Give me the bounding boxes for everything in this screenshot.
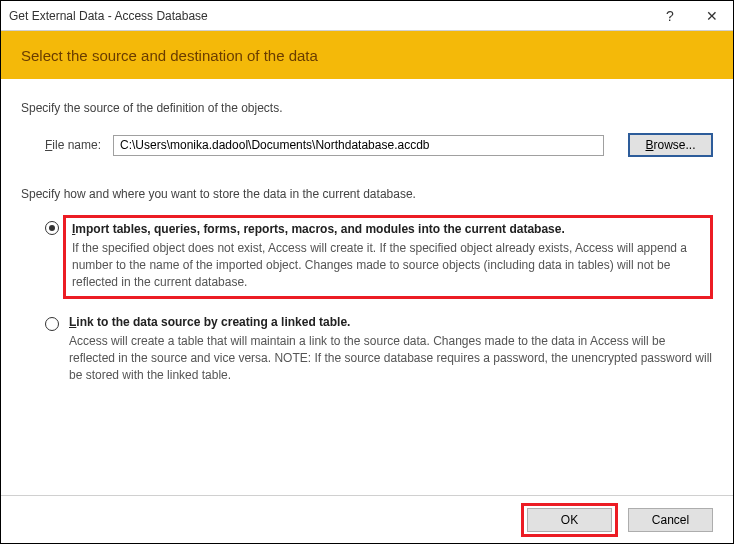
- filename-row: File name: Browse...: [45, 133, 713, 157]
- header-title: Select the source and destination of the…: [21, 47, 318, 64]
- option-import[interactable]: Import tables, queries, forms, reports, …: [45, 219, 713, 299]
- content-area: Specify the source of the definition of …: [1, 79, 733, 384]
- option-link-title: Link to the data source by creating a li…: [69, 315, 713, 329]
- ok-button[interactable]: OK: [527, 508, 612, 532]
- source-section-label: Specify the source of the definition of …: [21, 101, 713, 115]
- option-import-desc: If the specified object does not exist, …: [72, 240, 704, 290]
- browse-button[interactable]: Browse...: [628, 133, 713, 157]
- ok-highlight: OK: [521, 503, 618, 537]
- close-button[interactable]: ✕: [691, 1, 733, 31]
- radio-link[interactable]: [45, 317, 59, 331]
- radio-import[interactable]: [45, 221, 59, 235]
- titlebar-controls: ? ✕: [649, 1, 733, 30]
- help-button[interactable]: ?: [649, 1, 691, 31]
- filename-input[interactable]: [113, 135, 604, 156]
- option-link-text: Link to the data source by creating a li…: [69, 315, 713, 383]
- option-import-title: Import tables, queries, forms, reports, …: [72, 222, 704, 236]
- store-section-label: Specify how and where you want to store …: [21, 187, 713, 201]
- option-link-desc: Access will create a table that will mai…: [69, 333, 713, 383]
- cancel-button[interactable]: Cancel: [628, 508, 713, 532]
- filename-label: File name:: [45, 138, 105, 152]
- footer: OK Cancel: [1, 495, 733, 543]
- option-import-text: Import tables, queries, forms, reports, …: [63, 215, 713, 299]
- window-title: Get External Data - Access Database: [9, 9, 208, 23]
- titlebar: Get External Data - Access Database ? ✕: [1, 1, 733, 31]
- option-link[interactable]: Link to the data source by creating a li…: [45, 315, 713, 383]
- header-band: Select the source and destination of the…: [1, 31, 733, 79]
